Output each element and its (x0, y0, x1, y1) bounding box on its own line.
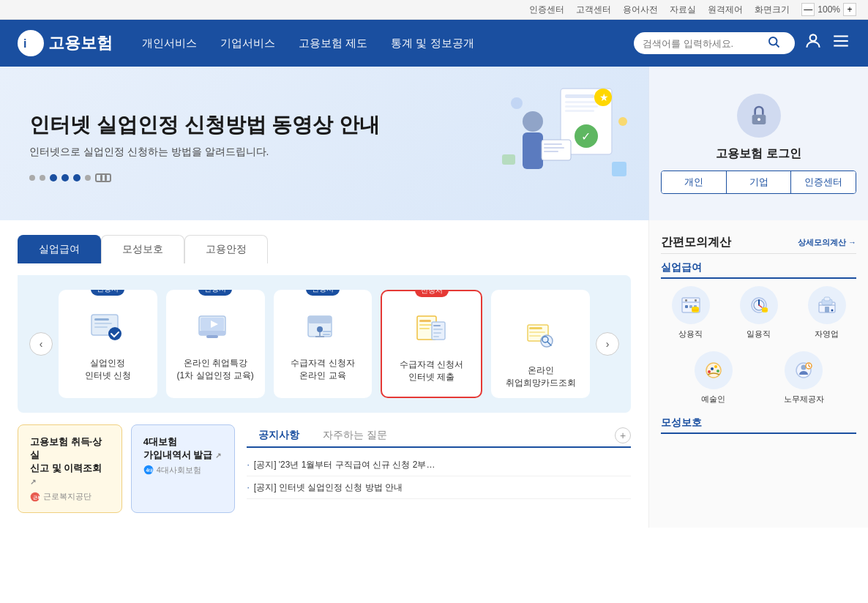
quick-link-2-sub: 4대 4대사회보험 (143, 465, 223, 476)
hero-subtitle: 인터넷으로 실업인정 신청하는 방법을 알려드립니다. (29, 146, 269, 159)
prev-arrow-button[interactable]: ‹ (29, 332, 53, 356)
svg-text:✓: ✓ (581, 130, 591, 143)
card-label-1: 실업인정인터넷 신청 (66, 357, 150, 382)
icon-circle-nomu (785, 351, 823, 389)
svg-point-27 (757, 118, 760, 121)
site-logo[interactable]: i 고용보험 (18, 30, 113, 56)
top-bar-screensize[interactable]: 화면크기 (755, 4, 790, 16)
tab-maternity[interactable]: 모성보호 (101, 235, 184, 263)
next-arrow-button[interactable]: › (596, 332, 619, 356)
pause-bar-2 (105, 175, 107, 181)
tab-employment[interactable]: 고용안정 (184, 235, 268, 263)
icon-circle-jayeong (808, 286, 846, 324)
zoom-level: 100% (818, 4, 840, 15)
card-icon-2 (192, 304, 239, 351)
nav-business[interactable]: 기업서비스 (220, 31, 275, 56)
top-bar-resources[interactable]: 자료실 (670, 4, 696, 16)
hero-dots (29, 173, 111, 182)
svg-rect-53 (433, 336, 439, 337)
menu-icon[interactable] (831, 31, 850, 55)
login-tab-cert[interactable]: 인증센터 (791, 171, 856, 193)
unemployment-icon-grid: 상용직 (661, 286, 856, 340)
svg-point-74 (692, 307, 699, 310)
icon-item-sangyong[interactable]: 상용직 (661, 286, 720, 340)
content-right: 간편모의계산 상세모의계산 → 실업급여 (648, 220, 868, 528)
top-bar-remote[interactable]: 원격제어 (708, 4, 743, 16)
notice-list: [공지] '23년 1월부터 구직급여 신규 신청 2부… [공지] 인터넷 실… (247, 454, 631, 499)
nav-stats[interactable]: 통계 및 정보공개 (391, 31, 474, 56)
dot-2[interactable] (40, 175, 45, 181)
notice-item-1[interactable]: [공지] '23년 1월부터 구직급여 신규 신청 2부… (247, 454, 631, 476)
zoom-minus-button[interactable]: — (801, 3, 815, 16)
card-label-5: 온라인취업희망카드조회 (498, 364, 583, 389)
icon-item-nomu[interactable]: 노무제공자 (763, 351, 845, 405)
svg-rect-25 (502, 154, 515, 165)
icon-item-jayeong[interactable]: 자영업 (797, 286, 856, 340)
svg-rect-23 (612, 162, 626, 176)
svg-rect-67 (685, 305, 688, 308)
top-bar-customer[interactable]: 고객센터 (576, 4, 611, 16)
main-navigation: 개인서비스 기업서비스 고용보험 제도 통계 및 정보공개 (142, 31, 605, 56)
user-icon[interactable] (804, 31, 823, 55)
svg-rect-43 (323, 331, 332, 332)
external-icon-1: ↗ (30, 478, 36, 486)
search-button[interactable] (767, 35, 780, 51)
svg-rect-84 (824, 297, 830, 301)
notice-tab-announcements[interactable]: 공지사항 (247, 424, 311, 448)
nav-insurance[interactable]: 고용보험 제도 (299, 31, 367, 56)
dot-1[interactable] (29, 175, 35, 181)
svg-point-3 (810, 34, 817, 41)
icon-item-ilyong[interactable]: 일용직 (729, 286, 788, 340)
svg-point-1 (769, 37, 777, 45)
svg-rect-55 (529, 327, 542, 329)
svg-rect-70 (685, 299, 687, 302)
hero-section: 인터넷 실업인정 신청방법 동영상 안내 인터넷으로 실업인정 신청하는 방법을… (0, 67, 868, 220)
main-content: 실업급여 모성보호 고용안정 ‹ 신청서 (0, 220, 868, 528)
card-icon-5 (517, 312, 564, 359)
pause-button[interactable] (95, 173, 111, 182)
logo-icon: i (18, 30, 44, 56)
login-tab-business[interactable]: 기업 (727, 171, 792, 193)
zoom-plus-button[interactable]: + (843, 3, 856, 16)
nav-personal[interactable]: 개인서비스 (142, 31, 197, 56)
dot-6[interactable] (85, 175, 91, 181)
sidebar-calc-link[interactable]: 상세모의계산 → (798, 237, 856, 248)
top-utility-bar: 인증센터 고객센터 용어사전 자료실 원격제어 화면크기 — 100% + (0, 0, 868, 20)
card-icon-1 (84, 304, 131, 351)
card-badge-2: 신청서 (198, 290, 232, 296)
dot-5[interactable] (73, 174, 81, 181)
dot-4[interactable] (61, 174, 69, 181)
external-icon-2: ↗ (215, 452, 221, 460)
icon-label-ilyong: 일용직 (747, 329, 771, 340)
quick-link-2[interactable]: 4대보험가입내역서 발급 ↗ 4대 4대사회보험 (131, 424, 236, 514)
bottom-row: 고용보험 취득·상실신고 및 이력조회 ↗ 근복 근로복지공단 4대보험가입내역… (18, 424, 631, 514)
search-box (634, 32, 795, 54)
svg-rect-37 (206, 335, 218, 338)
search-input[interactable] (643, 38, 767, 49)
notice-add-button[interactable]: + (615, 427, 631, 443)
svg-point-22 (511, 97, 523, 109)
dot-3[interactable] (50, 174, 57, 181)
svg-rect-86 (825, 307, 829, 312)
sidebar-calc-section: 간편모의계산 상세모의계산 → (661, 235, 856, 250)
quick-link-1-title: 고용보험 취득·상실신고 및 이력조회 ↗ (30, 435, 110, 489)
svg-rect-46 (419, 320, 431, 322)
icon-label-jayeong: 자영업 (815, 329, 839, 340)
card-label-2: 온라인 취업특강(1차 실업인정 교육) (173, 357, 258, 382)
notice-item-2[interactable]: [공지] 인터넷 실업인정 신청 방법 안내 (247, 476, 631, 499)
top-bar-glossary[interactable]: 용어사전 (623, 4, 658, 16)
hero-title: 인터넷 실업인정 신청방법 동영상 안내 (29, 112, 380, 138)
service-card-5[interactable]: 온라인취업희망카드조회 (491, 290, 590, 398)
top-bar-cert[interactable]: 인증센터 (529, 4, 564, 16)
icon-item-yesul[interactable]: 예술인 (673, 351, 755, 405)
svg-rect-71 (695, 299, 697, 302)
service-card-2[interactable]: 신청서 온라인 취업특강(1차 실업인정 교육) (166, 290, 265, 398)
service-card-3[interactable]: 신청서 수급자격 신청자온 (274, 290, 373, 398)
service-card-4[interactable]: 신청서 (381, 290, 482, 398)
service-card-1[interactable]: 신청서 실업인정인터넷 신청 (59, 290, 157, 398)
tab-unemployment[interactable]: 실업급여 (18, 235, 101, 263)
quick-link-1[interactable]: 고용보험 취득·상실신고 및 이력조회 ↗ 근복 근로복지공단 (18, 424, 122, 514)
notice-tab-faq[interactable]: 자주하는 질문 (311, 424, 399, 446)
svg-rect-36 (199, 331, 225, 335)
login-tab-personal[interactable]: 개인 (662, 171, 727, 193)
